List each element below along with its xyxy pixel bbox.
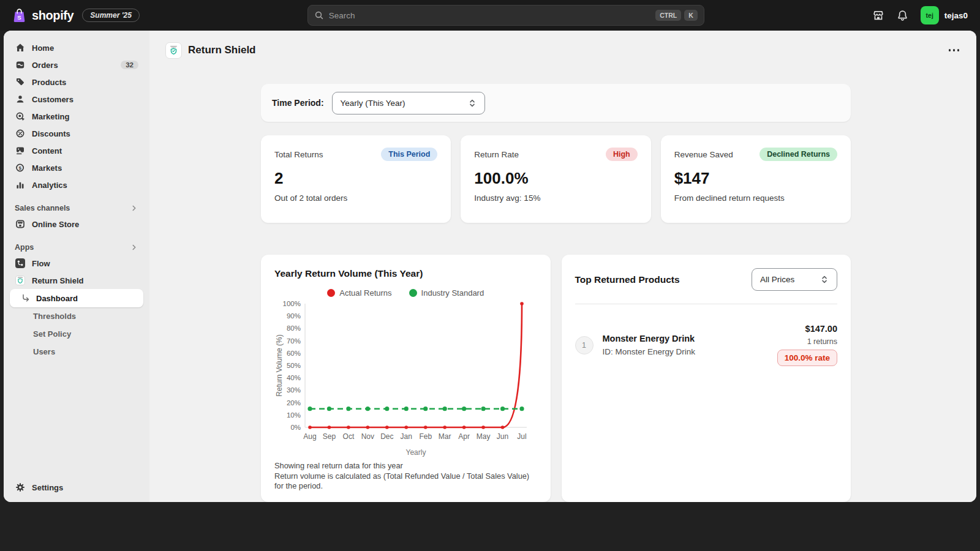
sidebar-item-analytics[interactable]: Analytics (10, 176, 143, 193)
overflow-menu-button[interactable] (948, 45, 961, 55)
brand-name: shopify (32, 9, 74, 23)
app-frame: Home Orders 32 Products Customers (4, 31, 976, 502)
stat-card-return-rate: Return Rate High 100.0% Industry avg: 15… (461, 135, 650, 223)
svg-text:Jul: Jul (517, 432, 526, 441)
select-chevrons-icon (468, 98, 477, 108)
sidebar-item-thresholds[interactable]: Thresholds (4, 307, 149, 325)
price-filter-select[interactable]: All Prices (752, 268, 837, 291)
sidebar-item-content[interactable]: Content (10, 142, 143, 159)
stat-value: $147 (674, 169, 837, 188)
time-period-label: Time Period: (272, 98, 324, 108)
svg-text:100%: 100% (283, 300, 301, 307)
svg-text:40%: 40% (287, 374, 301, 381)
orders-icon (15, 60, 26, 70)
sidebar: Home Orders 32 Products Customers (4, 31, 149, 502)
sidebar-item-home[interactable]: Home (10, 39, 143, 56)
time-period-value: Yearly (This Year) (341, 99, 405, 108)
stat-label: Total Returns (274, 150, 323, 159)
svg-text:Aug: Aug (303, 432, 316, 441)
shopify-logo[interactable]: S shopify (10, 8, 74, 23)
sidebar-section-apps[interactable]: Apps (15, 243, 138, 252)
svg-text:Yearly: Yearly (406, 448, 426, 457)
home-icon (15, 43, 26, 53)
sidebar-item-label: Return Shield (32, 276, 84, 285)
search-icon (314, 10, 324, 20)
product-row[interactable]: 1 Monster Energy Drink ID: Monster Energ… (575, 324, 838, 366)
products-title: Top Returned Products (575, 274, 680, 285)
search-placeholder: Search (329, 11, 355, 20)
sidebar-item-label: Thresholds (33, 312, 76, 321)
divider (575, 304, 838, 304)
edition-badge: Summer '25 (82, 9, 140, 22)
legend-label: Industry Standard (421, 288, 484, 298)
stat-label: Revenue Saved (674, 150, 733, 159)
svg-text:10%: 10% (287, 411, 301, 419)
sidebar-section-sales-channels[interactable]: Sales channels (15, 204, 138, 212)
chart-footnote-line1: Showing real return data for this year (274, 461, 537, 471)
time-period-select[interactable]: Yearly (This Year) (332, 92, 485, 114)
price-filter-value: All Prices (760, 275, 794, 284)
status-badge: High (606, 148, 638, 161)
sidebar-item-dashboard[interactable]: Dashboard (10, 289, 143, 307)
sidebar-item-marketing[interactable]: Marketing (10, 108, 143, 125)
top-returned-products-panel: Top Returned Products All Prices 1 Monst… (562, 255, 851, 502)
store-button[interactable] (872, 9, 884, 21)
sidebar-item-label: Online Store (32, 220, 79, 229)
sidebar-item-label: Set Policy (33, 329, 71, 339)
sidebar-item-customers[interactable]: Customers (10, 91, 143, 108)
svg-text:70%: 70% (287, 337, 301, 345)
sidebar-item-label: Flow (32, 259, 50, 268)
product-returns-count: 1 returns (807, 337, 837, 346)
status-badge: Declined Returns (760, 148, 837, 161)
svg-text:May: May (477, 432, 491, 441)
sidebar-item-settings[interactable]: Settings (15, 482, 138, 492)
sidebar-item-return-shield[interactable]: Return Shield (10, 272, 143, 289)
search-input[interactable]: Search CTRL K (307, 5, 704, 26)
sidebar-item-label: Markets (32, 163, 62, 173)
sidebar-item-label: Marketing (32, 112, 69, 121)
svg-text:Apr: Apr (458, 432, 470, 441)
sidebar-item-users[interactable]: Users (4, 343, 149, 361)
sidebar-item-set-policy[interactable]: Set Policy (4, 325, 149, 343)
user-menu[interactable]: tej tejas0 (921, 6, 968, 24)
main-area: Return Shield Time Period: Yearly (This … (149, 31, 976, 502)
stat-card-total-returns: Total Returns This Period 2 Out of 2 tot… (261, 135, 451, 223)
sidebar-item-discounts[interactable]: Discounts (10, 125, 143, 142)
svg-text:80%: 80% (287, 324, 301, 332)
svg-text:20%: 20% (287, 399, 301, 407)
search-shortcut: CTRL K (655, 10, 698, 21)
sidebar-item-markets[interactable]: $ Markets (10, 159, 143, 176)
sidebar-item-label: Orders (32, 61, 58, 70)
storefront-icon (872, 9, 884, 21)
svg-text:Nov: Nov (361, 432, 374, 441)
orders-count-badge: 32 (121, 61, 138, 69)
shopify-bag-icon: S (12, 8, 26, 23)
notifications-button[interactable] (897, 10, 908, 21)
stat-card-revenue-saved: Revenue Saved Declined Returns $147 From… (661, 135, 851, 223)
svg-text:50%: 50% (287, 362, 301, 369)
svg-text:S: S (17, 14, 21, 21)
sidebar-item-label: Analytics (32, 181, 67, 190)
bell-icon (897, 10, 908, 21)
product-id: ID: Monster Energy Drink (603, 347, 696, 356)
stat-value: 100.0% (474, 169, 637, 188)
sidebar-item-orders[interactable]: Orders 32 (10, 56, 143, 73)
storefront-icon (15, 219, 26, 229)
svg-text:Return Volume (%): Return Volume (%) (275, 334, 284, 396)
globe-dollar-icon: $ (15, 163, 26, 173)
svg-text:Oct: Oct (343, 432, 355, 441)
gear-icon (15, 482, 26, 492)
return-shield-app-icon (15, 276, 26, 285)
legend-dot-green (409, 289, 417, 297)
sidebar-item-flow[interactable]: Flow (10, 255, 143, 272)
sidebar-item-label: Users (33, 347, 55, 356)
discount-icon (15, 129, 26, 138)
stat-value: 2 (274, 169, 437, 188)
sidebar-item-label: Dashboard (36, 294, 78, 303)
svg-text:$: $ (19, 165, 22, 171)
svg-text:Feb: Feb (419, 432, 432, 441)
section-label: Apps (15, 243, 34, 252)
sidebar-item-online-store[interactable]: Online Store (10, 216, 143, 233)
avatar: tej (921, 6, 939, 24)
sidebar-item-products[interactable]: Products (10, 73, 143, 91)
